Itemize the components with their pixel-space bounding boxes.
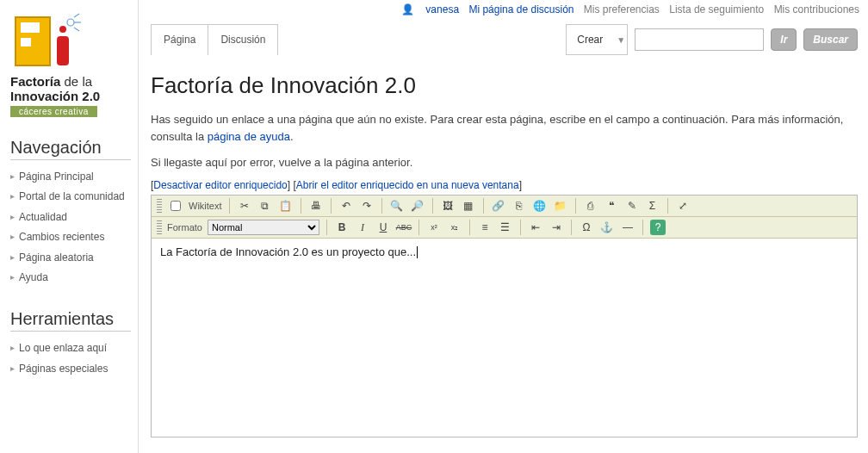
toolbar-row-2: Formato Normal B I U ABC x² x₂ ≡ ☰ ⇤ ⇥ — [152, 217, 857, 239]
superscript-icon[interactable]: x² — [426, 220, 442, 235]
logo-icon — [10, 12, 88, 71]
image-icon[interactable]: 🖼 — [440, 198, 456, 214]
nav-list: Página Principal Portal de la comunidad … — [10, 167, 131, 289]
link-icon[interactable]: 🔗 — [491, 198, 506, 214]
indent-icon[interactable]: ⇥ — [549, 220, 564, 235]
toolbar-row-1: Wikitext ✂ ⧉ 📋 🖶 ↶ ↷ 🔍 🔎 🖼 ▦ 🔗 ⎘ 🌐 — [152, 195, 857, 217]
find-icon[interactable]: 🔍 — [389, 198, 405, 214]
search-button[interactable]: Buscar — [803, 28, 858, 51]
tab-page[interactable]: Página — [152, 25, 208, 55]
error-text: Si llegaste aquí por error, vuelve a la … — [151, 156, 858, 169]
sidebar-item-help[interactable]: Ayuda — [10, 268, 131, 289]
create-menu[interactable]: Crear ▼ — [566, 24, 628, 55]
internal-link-icon[interactable]: ⎘ — [512, 198, 527, 214]
go-button[interactable]: Ir — [771, 28, 797, 51]
editor-links: [Desactivar editor enriquecido] [Abrir e… — [151, 179, 858, 191]
print-icon[interactable]: 🖶 — [308, 198, 324, 214]
redo-icon[interactable]: ↷ — [359, 198, 375, 214]
toolbar-separator — [331, 198, 332, 214]
bold-icon[interactable]: B — [334, 220, 350, 235]
expand-icon[interactable]: ⤢ — [675, 198, 691, 214]
anchor-icon[interactable]: ⚓ — [599, 220, 615, 235]
svg-rect-2 — [21, 38, 31, 47]
editor-textarea[interactable]: La Factoría de Innovación 2.0 es un proy… — [152, 239, 857, 437]
grip-icon — [157, 220, 162, 234]
formula-icon[interactable]: Σ — [645, 198, 660, 214]
sidebar-item-main[interactable]: Página Principal — [10, 167, 131, 188]
page-tabs: Página Discusión — [151, 24, 278, 55]
sidebar: Factoría de la Innovación 2.0 cáceres cr… — [0, 0, 138, 453]
content: Página Discusión Crear ▼ Ir Buscar Facto… — [138, 0, 868, 453]
chevron-down-icon[interactable]: ▼ — [613, 35, 627, 45]
subscript-icon[interactable]: x₂ — [447, 220, 462, 235]
sidebar-item-recent[interactable]: Cambios recientes — [10, 227, 131, 248]
logo-badge: cáceres creativa — [10, 106, 97, 117]
toolbar-separator — [483, 198, 484, 214]
tab-discussion[interactable]: Discusión — [208, 25, 277, 55]
toolbar-separator — [667, 198, 668, 214]
sidebar-item-portal[interactable]: Portal de la comunidad — [10, 187, 131, 208]
toolbar-separator — [418, 220, 419, 235]
svg-line-5 — [74, 14, 79, 17]
numbered-list-icon[interactable]: ≡ — [477, 220, 493, 235]
logo-text: Factoría de la Innovación 2.0 — [10, 74, 131, 104]
italic-icon[interactable]: I — [355, 220, 370, 235]
copy-icon[interactable]: ⧉ — [257, 198, 273, 214]
grip-icon — [157, 199, 162, 213]
toolbar-separator — [520, 220, 521, 235]
format-select[interactable]: Normal — [208, 220, 319, 235]
wikitext-label: Wikitext — [189, 201, 222, 211]
svg-rect-1 — [21, 22, 40, 33]
disable-rich-editor-link[interactable]: Desactivar editor enriquecido — [153, 179, 287, 191]
ref-icon[interactable]: ❝ — [604, 198, 619, 214]
hr-icon[interactable]: — — [620, 220, 636, 235]
toolbar-separator — [432, 198, 433, 214]
sig-icon[interactable]: ✎ — [624, 198, 640, 214]
sidebar-item-whatlinks[interactable]: Lo que enlaza aquí — [10, 338, 131, 359]
toolbar-separator — [301, 198, 301, 214]
svg-point-4 — [59, 26, 66, 33]
toolbar-separator — [469, 220, 470, 235]
toolbar-separator — [326, 220, 327, 235]
text-cursor — [417, 246, 418, 258]
svg-point-8 — [67, 19, 74, 26]
sidebar-item-news[interactable]: Actualidad — [10, 208, 131, 228]
rich-editor: Wikitext ✂ ⧉ 📋 🖶 ↶ ↷ 🔍 🔎 🖼 ▦ 🔗 ⎘ 🌐 — [151, 195, 858, 437]
tools-heading: Herramientas — [10, 309, 131, 332]
toolbar-separator — [381, 198, 382, 214]
paste-icon[interactable]: 📋 — [278, 198, 294, 214]
search-input[interactable] — [635, 28, 764, 51]
cut-icon[interactable]: ✂ — [237, 198, 252, 214]
svg-line-7 — [74, 28, 79, 31]
toolbar-separator — [575, 198, 576, 214]
toolbar-separator — [642, 220, 643, 235]
globe-icon[interactable]: 🌐 — [532, 198, 548, 214]
tools-list: Lo que enlaza aquí Páginas especiales — [10, 338, 131, 379]
bullet-list-icon[interactable]: ☰ — [498, 220, 513, 235]
toolbar-separator — [229, 198, 230, 214]
outdent-icon[interactable]: ⇤ — [528, 220, 543, 235]
category-icon[interactable]: 📁 — [553, 198, 568, 214]
svg-rect-3 — [57, 36, 69, 65]
wikitext-checkbox[interactable] — [170, 201, 181, 211]
sidebar-item-special[interactable]: Páginas especiales — [10, 359, 131, 380]
replace-icon[interactable]: 🔎 — [410, 198, 425, 214]
open-new-window-link[interactable]: Abrir el editor enriquecido en una nueva… — [296, 179, 519, 191]
help-page-link[interactable]: página de ayuda — [208, 130, 290, 143]
right-controls: Crear ▼ Ir Buscar — [566, 24, 858, 55]
logo[interactable]: Factoría de la Innovación 2.0 cáceres cr… — [10, 12, 131, 117]
page-title: Factoría de Innovación 2.0 — [151, 72, 858, 99]
intro-text: Has seguido un enlace a una página que a… — [151, 111, 858, 145]
underline-icon[interactable]: U — [375, 220, 391, 235]
table-icon[interactable]: ▦ — [461, 198, 476, 214]
undo-icon[interactable]: ↶ — [338, 198, 354, 214]
special-char-icon[interactable]: Ω — [579, 220, 594, 235]
strike-icon[interactable]: ABC — [396, 220, 412, 235]
sidebar-item-random[interactable]: Página aleatoria — [10, 248, 131, 269]
create-label: Crear — [567, 25, 613, 54]
template-icon[interactable]: ⎙ — [583, 198, 598, 214]
formato-label: Formato — [167, 222, 202, 233]
nav-heading: Navegación — [10, 138, 131, 160]
help-icon[interactable]: ? — [650, 220, 666, 235]
toolbar-separator — [571, 220, 572, 235]
